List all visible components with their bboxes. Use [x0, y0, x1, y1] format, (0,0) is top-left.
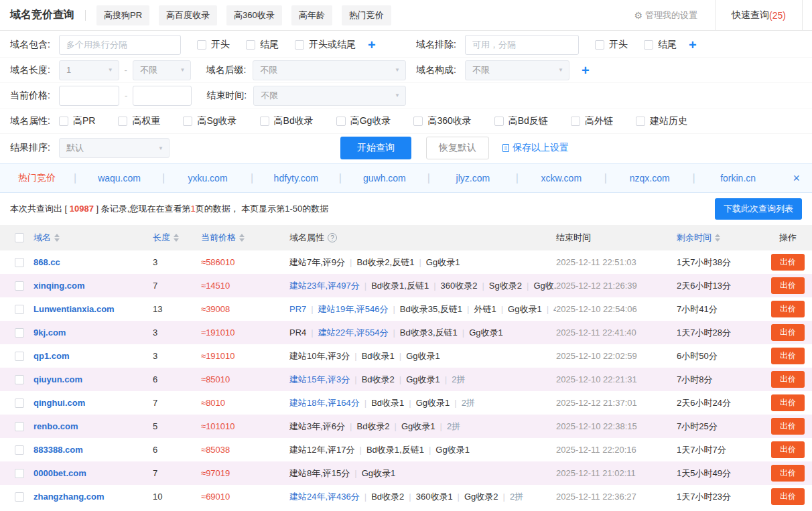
bid-button[interactable]: 出价: [771, 488, 805, 505]
sort-select[interactable]: 默认▼: [59, 138, 170, 158]
checkbox-label: 结尾: [658, 39, 677, 51]
include-input[interactable]: [59, 35, 181, 55]
reset-button[interactable]: 恢复默认: [426, 137, 489, 159]
bid-button[interactable]: 出价: [771, 254, 805, 271]
row-checkbox[interactable]: [15, 445, 24, 455]
attr-option-checkbox[interactable]: 高PR: [59, 115, 95, 127]
manage-settings-link[interactable]: ⚙ 管理我的设置: [634, 9, 698, 21]
sort-icon[interactable]: [54, 234, 60, 242]
row-checkbox[interactable]: [15, 492, 24, 502]
hot-domain-link[interactable]: nzqx.com: [607, 173, 693, 184]
exclude-option-checkbox[interactable]: 开头: [595, 39, 628, 51]
search-button[interactable]: 开始查询: [340, 137, 411, 159]
include-option-checkbox[interactable]: 开头或结尾: [295, 39, 356, 51]
bid-button[interactable]: 出价: [771, 277, 805, 294]
domain-link[interactable]: qiuyun.com: [33, 374, 82, 384]
attrs-cell: 建站24年,评436分|Bd收录2|360收录1|Gg收录2|2拼: [289, 491, 556, 503]
hot-domain-link[interactable]: xckw.com: [519, 173, 604, 184]
remaining-time-cell: 7小时8分: [677, 374, 764, 386]
domain-link[interactable]: qinghui.com: [33, 398, 85, 408]
include-option-checkbox[interactable]: 开头: [197, 39, 230, 51]
download-list-button[interactable]: 下载此次查询列表: [715, 198, 802, 220]
price-min-input[interactable]: [59, 86, 119, 106]
suffix-value: 不限: [260, 64, 277, 76]
attr-segment: 2拼: [447, 421, 460, 433]
attr-option-checkbox[interactable]: 高Gg收录: [336, 115, 391, 127]
domain-link[interactable]: 0000bet.com: [33, 468, 86, 478]
attr-segment: PR4: [289, 327, 306, 338]
row-checkbox[interactable]: [15, 281, 24, 291]
attr-option-checkbox[interactable]: 高360收录: [413, 115, 471, 127]
hot-domain-link[interactable]: jlyz.com: [430, 173, 516, 184]
hot-bids-label: 热门竞价: [0, 172, 74, 184]
row-checkbox[interactable]: [15, 422, 24, 431]
row-checkbox[interactable]: [15, 258, 24, 267]
add-exclude-icon[interactable]: +: [689, 38, 697, 52]
attr-option-checkbox[interactable]: 建站历史: [636, 115, 687, 127]
attr-segment: Bd收录2,反链1: [356, 257, 414, 269]
bid-button[interactable]: 出价: [771, 348, 805, 364]
chevron-down-icon: ▼: [175, 67, 186, 73]
row-checkbox[interactable]: [15, 305, 24, 314]
sort-icon[interactable]: [239, 234, 245, 242]
row-checkbox[interactable]: [15, 328, 24, 338]
select-all-checkbox[interactable]: [15, 233, 24, 242]
attr-option-checkbox[interactable]: 高Bd反链: [494, 115, 548, 127]
suffix-select[interactable]: 不限▼: [253, 60, 406, 80]
sort-icon[interactable]: [715, 234, 720, 242]
top-tab[interactable]: 高年龄: [291, 5, 332, 25]
result-summary-bar: 本次共查询出 [ 10987 ] 条记录,您现在在查看第1页的数据， 本页显示第…: [0, 193, 812, 225]
hot-domain-link[interactable]: forkin.cn: [695, 173, 781, 184]
top-tab[interactable]: 高搜狗PR: [96, 5, 149, 25]
length-min-select[interactable]: 1▼: [59, 60, 119, 80]
close-icon[interactable]: ×: [781, 171, 812, 186]
length-max-select[interactable]: 不限▼: [133, 60, 192, 80]
top-tab[interactable]: 高百度收录: [159, 5, 217, 25]
exclude-option-checkbox[interactable]: 结尾: [644, 39, 677, 51]
bid-button[interactable]: 出价: [771, 465, 805, 482]
include-option-checkbox[interactable]: 结尾: [246, 39, 279, 51]
domain-link[interactable]: 868.cc: [33, 257, 60, 267]
hot-domain-link[interactable]: hdfyty.com: [253, 173, 339, 184]
sort-icon[interactable]: [174, 234, 179, 242]
row-checkbox[interactable]: [15, 375, 24, 384]
help-icon[interactable]: ?: [328, 233, 337, 242]
add-include-icon[interactable]: +: [368, 38, 376, 52]
row-checkbox[interactable]: [15, 469, 24, 478]
price-max-input[interactable]: [133, 86, 192, 106]
attr-option-checkbox[interactable]: 高Bd收录: [260, 115, 314, 127]
hot-domain-link[interactable]: guwh.com: [342, 173, 427, 184]
bid-button[interactable]: 出价: [771, 371, 805, 388]
bid-button[interactable]: 出价: [771, 418, 805, 435]
domain-link[interactable]: renbo.com: [33, 421, 78, 431]
domain-link[interactable]: xinqing.com: [33, 281, 85, 291]
domain-link[interactable]: zhangzhang.com: [33, 492, 104, 502]
row-checkbox[interactable]: [15, 352, 24, 361]
end-time-cell: 2025-12-11 22:20:16: [556, 445, 677, 455]
domain-link[interactable]: 9kj.com: [33, 327, 66, 338]
top-tab[interactable]: 热门竞价: [342, 5, 391, 25]
bid-button[interactable]: 出价: [771, 324, 805, 341]
domain-link[interactable]: qp1.com: [33, 351, 69, 361]
row-checkbox[interactable]: [15, 398, 24, 408]
save-settings-link[interactable]: 保存以上设置: [502, 142, 569, 154]
bid-button[interactable]: 出价: [771, 441, 805, 458]
price-cell: ≈69010: [201, 492, 289, 502]
quick-query-tab[interactable]: 快速查询(25): [715, 0, 803, 30]
end-time-select[interactable]: 不限▼: [253, 86, 406, 106]
top-tab[interactable]: 高360收录: [226, 5, 282, 25]
attr-option-checkbox[interactable]: 高外链: [571, 115, 613, 127]
exclude-input[interactable]: [465, 35, 579, 55]
domain-link[interactable]: Lunwentianxia.com: [33, 304, 115, 314]
length-label: 域名长度:: [0, 64, 59, 76]
add-compose-icon[interactable]: +: [582, 64, 590, 77]
hot-domain-link[interactable]: yxku.com: [165, 173, 251, 184]
domain-link[interactable]: 883388.com: [33, 445, 83, 455]
bid-button[interactable]: 出价: [771, 394, 805, 411]
attr-option-checkbox[interactable]: 高权重: [118, 115, 160, 127]
bid-button[interactable]: 出价: [771, 301, 805, 317]
hot-domain-link[interactable]: waqu.com: [76, 173, 162, 184]
attr-option-checkbox[interactable]: 高Sg收录: [183, 115, 236, 127]
compose-select[interactable]: 不限▼: [465, 60, 569, 80]
attr-segment: 建站22年,评554分: [318, 327, 389, 339]
